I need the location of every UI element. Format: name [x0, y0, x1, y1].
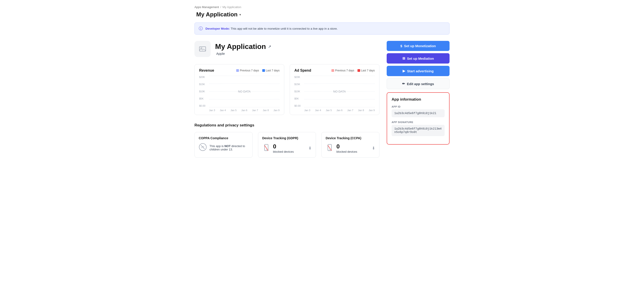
coppa-content: This app is NOT directed to children und… [199, 143, 248, 152]
gdpr-count: 0 [273, 143, 294, 150]
ad-spend-chart-legend: Previous 7 days Last 7 days [332, 69, 375, 72]
app-signature-value: 1a2b3c4d5e6f7g8h9i0j1k2l3m4n5o6p7q8r9s0t [392, 125, 444, 136]
gdpr-download-icon[interactable]: ⬇ [308, 146, 312, 151]
app-icon-placeholder [194, 41, 210, 57]
ad-spend-prev-color-dot [332, 69, 334, 72]
banner-description: This app will not be able to monetize un… [230, 27, 338, 30]
svg-point-6 [266, 150, 266, 150]
ccpa-download-icon[interactable]: ⬇ [372, 146, 375, 151]
coppa-text: This app is NOT directed to children und… [210, 144, 248, 151]
edit-settings-label: Edit app settings [407, 82, 434, 86]
app-info-card: App information APP ID 1a2b3c4d5e6f7g8h9… [387, 92, 450, 144]
app-name-block: My Application ↗ Apple [215, 42, 271, 56]
revenue-no-data: NO DATA [238, 90, 250, 93]
revenue-chart-title: Revenue [199, 68, 214, 72]
app-store-name: Apple [216, 52, 225, 56]
ad-spend-chart-title: Ad Spend [294, 68, 311, 72]
chevron-down-icon[interactable]: ▾ [239, 13, 241, 16]
ccpa-title: Device Tracking (CCPA) [326, 136, 375, 140]
app-header: My Application ↗ Apple [194, 41, 380, 57]
breadcrumb-parent[interactable]: Apps Management [194, 6, 219, 9]
gdpr-card: Device Tracking (GDPR) 0 [258, 132, 316, 158]
ad-spend-chart-header: Ad Spend Previous 7 days Last 7 days [294, 68, 375, 72]
gdpr-title: Device Tracking (GDPR) [262, 136, 312, 140]
developer-mode-banner: ⓘ Developer Mode: This app will not be a… [194, 22, 450, 34]
ccpa-count: 0 [336, 143, 357, 150]
app-title-row: My Application ▾ [194, 11, 450, 18]
right-panel: $ Set up Monetization ⊞ Set up Mediation… [387, 41, 450, 158]
gdpr-content: 0 blocked devices ⬇ [262, 143, 312, 153]
revenue-y-labels: $20K $15K $10K $5K $0.00 [199, 76, 208, 107]
breadcrumb: Apps Management / My Application [194, 6, 450, 9]
revenue-chart-header: Revenue Previous 7 days Last 7 days [199, 68, 280, 72]
ccpa-card: Device Tracking (CCPA) 0 [321, 132, 380, 158]
regulations-grid: COPPA Compliance This app is NOT di [194, 132, 380, 158]
app-info-title: App information [392, 97, 444, 102]
gdpr-label: blocked devices [273, 150, 294, 153]
revenue-x-labels: Jan 3 Jan 4 Jan 5 Jan 6 Jan 7 Jan 8 Jan … [209, 109, 280, 112]
info-icon: ⓘ [199, 26, 203, 31]
revenue-chart-card: Revenue Previous 7 days Last 7 days [194, 64, 284, 115]
edit-app-settings-button[interactable]: ✏ Edit app settings [387, 78, 450, 89]
ad-spend-y-labels: $20K $15K $10K $5K $0.00 [294, 76, 303, 107]
ad-spend-legend-last: Last 7 days [358, 69, 375, 72]
set-up-mediation-button[interactable]: ⊞ Set up Mediation [387, 53, 450, 64]
app-signature-label: APP SIGNATURE [392, 121, 444, 124]
svg-point-9 [330, 150, 330, 150]
start-advertising-button[interactable]: ▶ Start advertising [387, 66, 450, 76]
ad-spend-no-data: NO DATA [333, 90, 346, 93]
main-content: My Application ↗ Apple Revenue [194, 41, 450, 158]
ad-spend-chart-area: $20K $15K $10K $5K $0.00 [294, 76, 375, 112]
revenue-last-color-dot [262, 69, 265, 72]
app-id-label: APP ID [392, 105, 444, 108]
gdpr-stats: 0 blocked devices [273, 143, 294, 153]
breadcrumb-separator: / [220, 6, 221, 9]
page-title: My Application [196, 11, 238, 18]
set-up-monetization-button[interactable]: $ Set up Monetization [387, 41, 450, 51]
mediate-icon: ⊞ [402, 56, 405, 60]
left-panel: My Application ↗ Apple Revenue [194, 41, 380, 158]
advertise-label: Start advertising [407, 69, 434, 73]
regulations-section: Regulations and privacy settings COPPA C… [194, 123, 380, 158]
ccpa-content: 0 blocked devices ⬇ [326, 143, 375, 153]
app-store-badge: Apple [215, 52, 271, 56]
revenue-legend-last: Last 7 days [262, 69, 280, 72]
ad-spend-x-labels: Jan 3 Jan 4 Jan 5 Jan 6 Jan 7 Jan 8 Jan … [304, 109, 375, 112]
revenue-chart-inner: NO DATA [209, 76, 280, 107]
gdpr-device-icon [262, 144, 270, 153]
coppa-title: COPPA Compliance [199, 136, 248, 140]
app-name-heading: My Application ↗ [215, 42, 271, 51]
banner-label: Developer Mode: [206, 27, 230, 30]
ad-spend-last-color-dot [358, 69, 360, 72]
revenue-chart-legend: Previous 7 days Last 7 days [236, 69, 280, 72]
ad-spend-legend-prev: Previous 7 days [332, 69, 354, 72]
ccpa-label: blocked devices [336, 150, 357, 153]
breadcrumb-current: My Application [222, 6, 242, 9]
app-id-value: 1a2b3c4d5e6f7g8h9i0j1k2l [392, 109, 444, 117]
ad-spend-chart-inner: NO DATA [304, 76, 375, 107]
edit-icon: ✏ [402, 82, 405, 86]
mediate-label: Set up Mediation [407, 56, 434, 60]
svg-rect-0 [200, 47, 206, 51]
regulations-title: Regulations and privacy settings [194, 123, 380, 128]
revenue-prev-color-dot [236, 69, 239, 72]
ccpa-device-icon [326, 144, 334, 153]
banner-text: Developer Mode: This app will not be abl… [206, 27, 338, 30]
advertise-icon: ▶ [402, 69, 405, 73]
external-link-icon[interactable]: ↗ [268, 44, 271, 49]
coppa-card: COPPA Compliance This app is NOT di [194, 132, 252, 158]
revenue-chart-area: $20K $15K $10K $5K $0.00 [199, 76, 280, 112]
charts-row: Revenue Previous 7 days Last 7 days [194, 64, 380, 115]
ccpa-stats: 0 blocked devices [336, 143, 357, 153]
monetize-label: Set up Monetization [404, 44, 436, 48]
coppa-icon [199, 143, 207, 152]
revenue-legend-prev: Previous 7 days [236, 69, 259, 72]
monetize-icon: $ [400, 44, 402, 48]
ad-spend-chart-card: Ad Spend Previous 7 days Last 7 days [290, 64, 380, 115]
